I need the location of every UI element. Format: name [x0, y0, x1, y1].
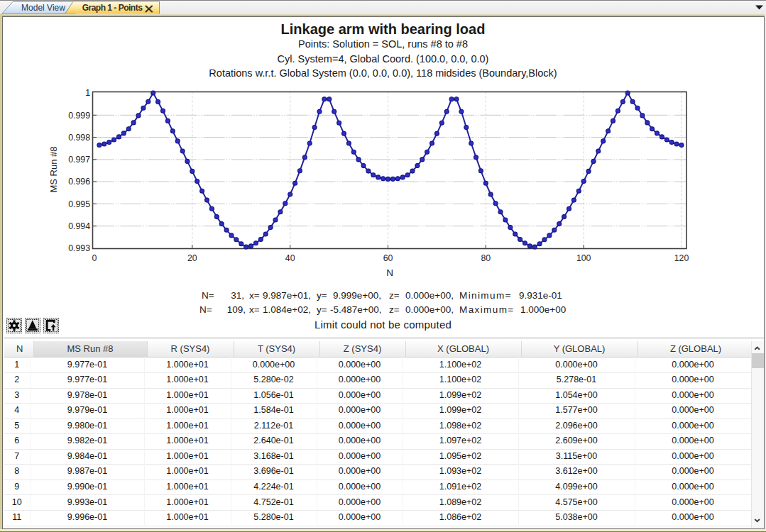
svg-text:MS Run #8: MS Run #8: [48, 146, 59, 192]
svg-text:N: N: [386, 267, 393, 278]
svg-text:0.997: 0.997: [68, 155, 90, 165]
svg-text:0.993: 0.993: [68, 243, 90, 253]
svg-text:40: 40: [285, 253, 295, 263]
svg-text:0.994: 0.994: [68, 221, 90, 231]
svg-text:0.996: 0.996: [68, 177, 90, 187]
svg-text:0: 0: [92, 253, 97, 263]
svg-text:20: 20: [187, 253, 197, 263]
svg-text:60: 60: [383, 253, 393, 263]
svg-text:0.999: 0.999: [68, 111, 90, 121]
svg-text:1: 1: [85, 88, 90, 98]
svg-text:80: 80: [481, 253, 491, 263]
svg-text:0.998: 0.998: [68, 133, 90, 143]
svg-text:100: 100: [576, 253, 591, 263]
svg-text:120: 120: [674, 253, 689, 263]
svg-text:0.995: 0.995: [68, 199, 90, 209]
